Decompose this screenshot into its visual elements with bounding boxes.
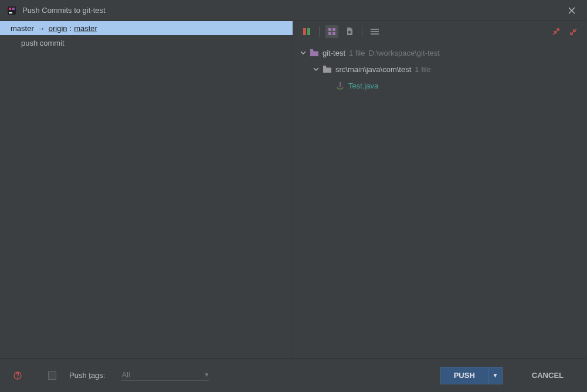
- chevron-down-icon[interactable]: [299, 49, 307, 57]
- changes-panel: git-test 1 file D:\workspace\git-test sr…: [293, 21, 587, 358]
- push-button-label: PUSH: [441, 367, 488, 384]
- svg-rect-2: [12, 8, 15, 10]
- titlebar: Push Commits to git-test: [0, 0, 587, 21]
- arrow-icon: →: [38, 24, 45, 33]
- svg-rect-13: [371, 33, 379, 35]
- tree-root-path: D:\workspace\git-test: [368, 49, 439, 57]
- push-button[interactable]: PUSH ▼: [440, 367, 503, 384]
- svg-rect-15: [323, 66, 326, 67]
- svg-rect-9: [332, 32, 335, 35]
- push-tags-label[interactable]: Push tags:: [69, 371, 105, 380]
- close-icon[interactable]: [564, 2, 580, 19]
- toolbar: [293, 21, 587, 42]
- svg-rect-5: [307, 28, 310, 35]
- branch-row[interactable]: master → origin : master: [0, 21, 293, 35]
- tree-folder-name: src\main\java\com\test: [335, 65, 411, 74]
- tree-folder-count: 1 file: [415, 65, 430, 74]
- spacer: [325, 81, 333, 90]
- push-tags-dropdown[interactable]: All ▼: [121, 370, 209, 381]
- chevron-down-icon[interactable]: [312, 65, 320, 73]
- tree-file-row[interactable]: Test.java: [299, 77, 581, 94]
- main-area: master → origin : master push commit: [0, 21, 587, 358]
- tree-root-row[interactable]: git-test 1 file D:\workspace\git-test: [299, 45, 581, 61]
- collapse-all-icon[interactable]: [567, 25, 580, 38]
- svg-rect-7: [332, 28, 335, 31]
- file-tree: git-test 1 file D:\workspace\git-test sr…: [293, 42, 587, 96]
- cancel-button[interactable]: CANCEL: [521, 367, 574, 384]
- group-by-directory-icon[interactable]: [325, 25, 338, 38]
- push-button-dropdown[interactable]: ▼: [488, 367, 502, 384]
- diff-icon[interactable]: [300, 25, 313, 38]
- svg-point-18: [17, 377, 18, 379]
- group-by-module-icon[interactable]: [343, 25, 356, 38]
- app-icon: [7, 6, 16, 15]
- expand-all-icon[interactable]: [549, 25, 562, 38]
- module-icon: [310, 48, 319, 57]
- commits-panel: master → origin : master push commit: [0, 21, 293, 358]
- svg-rect-12: [371, 31, 379, 32]
- folder-icon: [323, 64, 332, 74]
- svg-rect-1: [9, 8, 11, 10]
- svg-rect-11: [371, 29, 379, 30]
- push-tags-checkbox[interactable]: [48, 371, 56, 380]
- svg-point-16: [340, 86, 341, 87]
- commit-item[interactable]: push commit: [0, 35, 293, 51]
- tree-root-name: git-test: [323, 49, 345, 57]
- help-icon[interactable]: [13, 371, 22, 380]
- remote-branch[interactable]: master: [74, 24, 97, 33]
- branch-colon: :: [70, 24, 72, 33]
- remote-name[interactable]: origin: [49, 24, 67, 33]
- tree-file-name: Test.java: [348, 81, 378, 90]
- footer: Push tags: All ▼ PUSH ▼ CANCEL: [0, 358, 587, 392]
- push-tags-value: All: [121, 370, 130, 379]
- chevron-down-icon: ▼: [204, 371, 210, 378]
- list-view-icon[interactable]: [368, 25, 381, 38]
- window-title: Push Commits to git-test: [22, 6, 564, 15]
- svg-rect-8: [328, 32, 331, 35]
- tree-folder-row[interactable]: src\main\java\com\test 1 file: [299, 61, 581, 77]
- local-branch: master: [11, 24, 34, 33]
- svg-rect-6: [328, 28, 331, 31]
- java-file-icon: [335, 81, 345, 90]
- svg-rect-3: [9, 12, 12, 13]
- svg-point-10: [348, 31, 351, 33]
- svg-rect-14: [310, 49, 313, 51]
- toolbar-separator: [362, 26, 362, 37]
- toolbar-separator: [319, 26, 320, 37]
- svg-rect-4: [303, 28, 306, 35]
- tree-root-count: 1 file: [349, 49, 365, 57]
